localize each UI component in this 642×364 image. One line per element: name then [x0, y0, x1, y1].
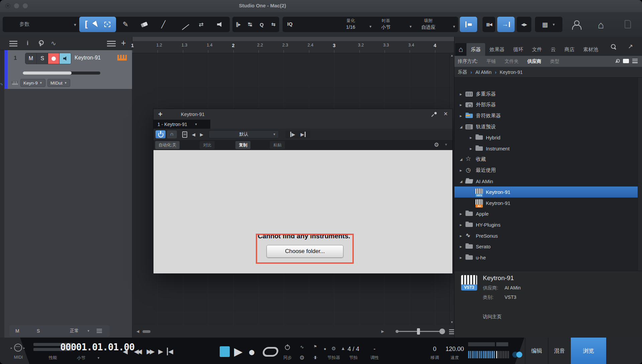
document-icon[interactable]: [625, 20, 631, 28]
disclosure-icon[interactable]: [460, 92, 465, 97]
disclosure-icon[interactable]: [470, 146, 475, 151]
rewind-button[interactable]: ◀◀: [134, 348, 140, 355]
follow-playhead-button[interactable]: →: [497, 17, 515, 32]
tempo-value[interactable]: 120.00: [445, 346, 464, 353]
accent-dot-icon[interactable]: ●: [324, 346, 326, 351]
tree-item[interactable]: 音符效果器: [454, 110, 638, 121]
chevron-down-icon[interactable]: ▼: [87, 329, 90, 333]
disclosure-icon[interactable]: [460, 168, 465, 173]
panel-view-icon[interactable]: [623, 59, 629, 63]
split-editor-button[interactable]: ◀|▶: [517, 17, 531, 32]
sort-option[interactable]: 供应商: [527, 58, 541, 65]
monitor-button[interactable]: [60, 53, 71, 64]
close-icon[interactable]: ×: [444, 110, 448, 118]
add-track-button[interactable]: +: [121, 38, 126, 48]
gear-icon[interactable]: ⚙: [434, 141, 439, 148]
time-display[interactable]: 00001.01.01.00: [60, 342, 120, 353]
copy-button[interactable]: 复制: [235, 141, 250, 149]
automation-toggle[interactable]: 自动化:关: [155, 141, 180, 149]
master-mute-button[interactable]: M: [15, 328, 19, 334]
browser-tab[interactable]: 云: [546, 43, 560, 56]
scroll-up-icon[interactable]: ▲: [450, 54, 453, 57]
midi-output-dropdown[interactable]: MIDut ▼: [47, 79, 70, 87]
disclosure-icon[interactable]: [460, 244, 465, 249]
next-preset-icon[interactable]: ▶: [200, 132, 203, 137]
track-mode-dropdown[interactable]: 正常: [70, 328, 79, 334]
sync-power-icon[interactable]: [285, 345, 290, 350]
tree-item[interactable]: 最近使用: [454, 165, 638, 176]
chevron-down-icon[interactable]: ▼: [452, 25, 456, 28]
tree-item[interactable]: 收藏: [454, 154, 638, 165]
fast-forward-button[interactable]: ▶▶: [146, 348, 153, 355]
automation-icon[interactable]: ∿: [51, 39, 56, 47]
scroll-left-icon[interactable]: ◀: [136, 329, 139, 334]
mute-button[interactable]: M: [25, 53, 37, 64]
gear-icon[interactable]: ⚙: [299, 354, 304, 361]
close-window-button[interactable]: [5, 3, 10, 8]
record-button[interactable]: ●: [248, 345, 255, 359]
browser-tab[interactable]: 效果器: [485, 43, 509, 56]
chevron-down-icon[interactable]: ▼: [369, 25, 372, 28]
listen-tool-button[interactable]: [211, 17, 230, 32]
grid-view-dropdown[interactable]: ▦ ▼: [535, 17, 562, 32]
tree-item[interactable]: 轨道预设: [454, 121, 638, 132]
list-view-icon[interactable]: [632, 59, 638, 63]
sort-option[interactable]: 类型: [550, 58, 559, 65]
sort-option[interactable]: 平铺: [487, 58, 496, 65]
play-button[interactable]: ▶: [234, 345, 242, 358]
wrench-icon[interactable]: [614, 57, 621, 64]
browser-tab[interactable]: 循环: [509, 43, 528, 56]
tree-item[interactable]: Serato: [454, 241, 638, 252]
instrument-input-dropdown[interactable]: Keyn-9 ▼: [20, 79, 45, 87]
zoom-presets-icon[interactable]: [449, 329, 454, 334]
tree-item[interactable]: 外部乐器: [454, 100, 638, 111]
store-preset-icon[interactable]: ▶: [290, 132, 295, 137]
disclosure-icon[interactable]: [460, 233, 465, 238]
plugin-instance-tab[interactable]: 1 - Keytron-91 ▼: [153, 120, 210, 129]
time-signature[interactable]: 4 / 4: [347, 346, 359, 353]
split-tool-button[interactable]: ✎: [116, 17, 135, 32]
tree-item[interactable]: Hybrid: [454, 132, 638, 143]
browser-tab[interactable]: 商店: [560, 43, 579, 56]
tree-item[interactable]: HY-Plugins: [454, 219, 638, 230]
browser-home-tab[interactable]: ⌂: [455, 43, 466, 56]
chevron-down-icon[interactable]: ▼: [97, 356, 100, 360]
marker-lane[interactable]: [132, 37, 454, 41]
volume-level-bars[interactable]: [468, 351, 496, 358]
plugin-power-button[interactable]: [155, 130, 166, 138]
master-solo-button[interactable]: S: [37, 328, 40, 334]
automation-mini-icon[interactable]: ∿: [0, 82, 3, 86]
punch-range-icon[interactable]: ·▮·: [313, 355, 318, 360]
timestretch-button[interactable]: ↹: [244, 17, 256, 32]
disclosure-icon[interactable]: [460, 157, 465, 161]
mix-view-button[interactable]: 混音: [548, 338, 571, 364]
metronome-icon[interactable]: ▲: [341, 346, 345, 351]
disclosure-icon[interactable]: [460, 211, 465, 216]
track-layers-icon[interactable]: [107, 41, 116, 46]
quantize-button[interactable]: Q: [256, 17, 268, 32]
disclosure-icon[interactable]: [460, 179, 465, 183]
edit-view-button[interactable]: 编辑: [525, 338, 548, 364]
tree-item[interactable]: Apple: [454, 209, 638, 220]
return-to-zero-button[interactable]: ◀: [167, 348, 172, 355]
autoscroll-button[interactable]: [460, 17, 477, 32]
tree-item[interactable]: 多重乐器: [454, 89, 638, 100]
params-dropdown[interactable]: 参数 ▼: [3, 17, 89, 32]
transpose-value[interactable]: 0: [433, 346, 436, 353]
minimize-window-button[interactable]: [14, 3, 19, 8]
visit-homepage-link[interactable]: 访问主页: [483, 314, 502, 320]
mute-tool-button[interactable]: [173, 17, 192, 32]
choose-folder-button[interactable]: Choose folder...: [266, 245, 343, 258]
disclosure-icon[interactable]: [460, 102, 465, 107]
instrument-track[interactable]: 1 M S Keytron-91 Keyn-9 ▼ MIDut ▼: [8, 50, 132, 89]
paste-button[interactable]: 粘贴: [270, 141, 285, 149]
disclosure-icon[interactable]: [470, 135, 475, 140]
paint-tool-button[interactable]: ╱: [154, 17, 173, 32]
sort-option[interactable]: 文件夹: [505, 58, 519, 65]
track-volume-slider[interactable]: [23, 72, 100, 75]
track-height-button[interactable]: ▦◀: [483, 17, 495, 32]
preset-list-icon[interactable]: [182, 131, 187, 138]
search-icon[interactable]: [611, 44, 616, 49]
tree-item[interactable]: Instrument: [454, 143, 638, 154]
zoom-slider[interactable]: [398, 331, 441, 332]
